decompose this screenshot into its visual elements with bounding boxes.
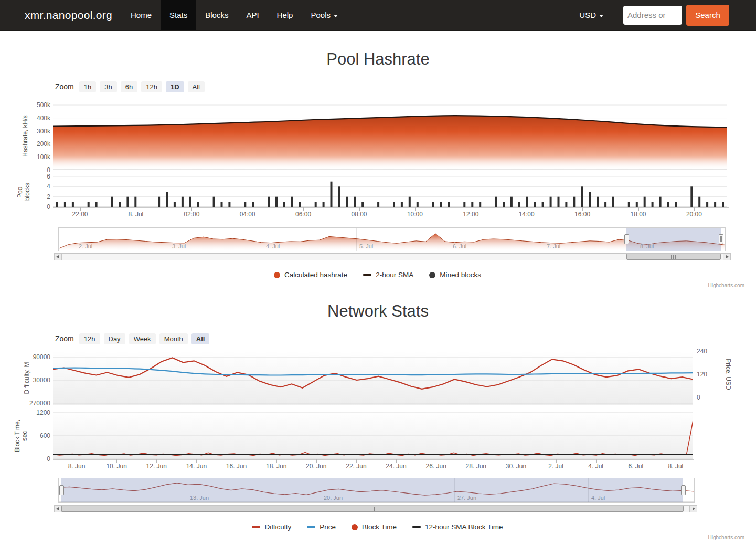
y-tick-label: 240 bbox=[697, 347, 723, 355]
x-tick-label: 22:00 bbox=[72, 211, 88, 218]
hashrate-zoom-3h[interactable]: 3h bbox=[100, 81, 116, 92]
axis-tick bbox=[476, 459, 476, 463]
y-tick-label: 600 bbox=[3, 432, 50, 440]
scroll-right-arrow[interactable] bbox=[689, 506, 697, 512]
legend-item-mined-blocks[interactable]: Mined blocks bbox=[429, 271, 481, 279]
axis-tick bbox=[77, 459, 77, 463]
legend-item-calculated-hashrate[interactable]: Calculated hashrate bbox=[274, 271, 347, 279]
x-tick-label: 30. Jun bbox=[506, 463, 526, 470]
difficulty-price-line-chart[interactable] bbox=[53, 351, 693, 405]
nav-item-home[interactable]: Home bbox=[122, 0, 161, 30]
y-tick-label: 1200 bbox=[3, 408, 50, 417]
brand-logo[interactable]: xmr.nanopool.org bbox=[25, 0, 112, 30]
nav-item-pools[interactable]: Pools bbox=[302, 0, 347, 30]
legend-item-12-hour-sma-block-time[interactable]: 12-hour SMA Block Time bbox=[412, 523, 503, 531]
legend-item-price[interactable]: Price bbox=[307, 523, 336, 531]
y-tick-label: 90000 bbox=[3, 353, 50, 361]
y-tick-label: 270000 bbox=[3, 399, 50, 407]
caret-down-icon bbox=[334, 15, 338, 17]
hashrate-zoom-6h[interactable]: 6h bbox=[121, 81, 137, 92]
hashrate-scrollbar[interactable] bbox=[54, 253, 731, 260]
y-tick-label: 500k bbox=[3, 101, 50, 109]
scrollbar-thumb[interactable] bbox=[61, 506, 684, 512]
nav-item-help[interactable]: Help bbox=[268, 0, 302, 30]
x-axis-line bbox=[53, 459, 694, 460]
network-zoom-day[interactable]: Day bbox=[104, 333, 125, 344]
x-tick-label: 20:00 bbox=[686, 211, 702, 218]
navigator-date-label: 2. Jul bbox=[79, 243, 92, 249]
legend-item-difficulty[interactable]: Difficulty bbox=[252, 523, 291, 531]
hashrate-zoom-1h[interactable]: 1h bbox=[79, 81, 96, 92]
network-scrollbar[interactable] bbox=[54, 505, 697, 512]
navigator-date-label: 6. Jul bbox=[453, 243, 466, 249]
navigator-gridline bbox=[544, 228, 544, 251]
navigator-selected-range[interactable] bbox=[61, 478, 683, 502]
legend-label: Mined blocks bbox=[440, 271, 481, 279]
navigator-gridline bbox=[450, 228, 450, 251]
x-tick-label: 22. Jun bbox=[346, 463, 366, 470]
pool-blocks-bar-chart[interactable] bbox=[53, 175, 727, 207]
navigator-gridline bbox=[76, 228, 76, 251]
navigator-right-handle[interactable] bbox=[719, 234, 723, 244]
network-zoom-12h[interactable]: 12h bbox=[79, 333, 100, 344]
axis-tick bbox=[694, 207, 695, 211]
block-time-chart[interactable] bbox=[53, 411, 693, 459]
pool-hashrate-chart-panel: Zoom 1h3h6h12h1DAll Hashrate, kH/s Poolb… bbox=[3, 76, 752, 291]
legend-line-marker bbox=[412, 526, 421, 528]
legend-item-2-hour-sma[interactable]: 2-hour SMA bbox=[363, 271, 413, 279]
axis-tick bbox=[356, 459, 357, 463]
search-button[interactable]: Search bbox=[686, 5, 729, 26]
network-zoom-week[interactable]: Week bbox=[129, 333, 156, 344]
navigator-right-handle[interactable] bbox=[681, 485, 686, 495]
axis-tick bbox=[415, 207, 416, 211]
x-tick-label: 10. Jun bbox=[106, 463, 126, 470]
legend-item-block-time[interactable]: Block Time bbox=[352, 523, 397, 531]
scroll-left-arrow[interactable] bbox=[55, 506, 62, 512]
network-stats-chart-panel: Zoom 12hDayWeekMonthAll Difficulty, M Pr… bbox=[3, 328, 752, 543]
nav-item-stats[interactable]: Stats bbox=[161, 0, 196, 30]
hashrate-zoom-all[interactable]: All bbox=[188, 81, 205, 92]
legend-circle-marker bbox=[274, 272, 280, 278]
hashrate-zoom-1d[interactable]: 1D bbox=[166, 81, 184, 92]
nav-item-blocks[interactable]: Blocks bbox=[196, 0, 237, 30]
x-tick-label: 04:00 bbox=[240, 211, 255, 218]
scrollbar-thumb[interactable] bbox=[626, 254, 721, 260]
caret-down-icon bbox=[599, 15, 603, 17]
hashrate-legend: Calculated hashrate2-hour SMAMined block… bbox=[3, 271, 752, 279]
y-tick-label: 2 bbox=[3, 193, 50, 201]
scroll-left-arrow[interactable] bbox=[55, 254, 62, 260]
hashrate-zoom-12h[interactable]: 12h bbox=[141, 81, 162, 92]
hashrate-navigator[interactable]: 2. Jul3. Jul4. Jul5. Jul6. Jul7. Jul8. J… bbox=[58, 227, 726, 251]
network-zoom-month[interactable]: Month bbox=[159, 333, 188, 344]
currency-dropdown[interactable]: USD bbox=[579, 11, 603, 19]
y-tick-label: 0 bbox=[697, 393, 723, 402]
network-stats-title: Network Stats bbox=[0, 302, 756, 321]
axis-tick bbox=[156, 459, 157, 463]
hashrate-area-chart[interactable] bbox=[53, 102, 727, 171]
navigator-left-handle[interactable] bbox=[624, 234, 629, 244]
axis-tick bbox=[316, 459, 317, 463]
axis-tick bbox=[303, 207, 304, 211]
highcharts-credit[interactable]: Highcharts.com bbox=[708, 534, 744, 540]
navigator-selected-range[interactable] bbox=[626, 228, 721, 251]
scroll-right-arrow[interactable] bbox=[723, 254, 730, 260]
network-zoom-all[interactable]: All bbox=[191, 333, 210, 344]
axis-tick bbox=[116, 459, 117, 463]
network-navigator[interactable]: 13. Jun20. Jun27. Jun4. Jul bbox=[58, 478, 695, 503]
highcharts-credit[interactable]: Highcharts.com bbox=[708, 282, 744, 288]
page: xmr.nanopool.org HomeStatsBlocksAPIHelpP… bbox=[0, 0, 756, 545]
navbar-right: USD Search bbox=[579, 0, 729, 30]
search-input[interactable] bbox=[623, 6, 682, 25]
x-tick-label: 8. Jul bbox=[668, 463, 684, 470]
legend-label: 2-hour SMA bbox=[376, 271, 413, 279]
network-zoom-controls: Zoom 12hDayWeekMonthAll bbox=[55, 334, 213, 343]
y-tick-label: 30000 bbox=[3, 376, 50, 384]
navigator-left-handle[interactable] bbox=[59, 485, 64, 495]
y-tick-label: 200k bbox=[3, 140, 50, 148]
x-tick-label: 12:00 bbox=[463, 211, 478, 218]
x-tick-label: 26. Jun bbox=[425, 463, 446, 470]
nav-item-api[interactable]: API bbox=[237, 0, 268, 30]
y-tick-label: 120 bbox=[697, 370, 723, 379]
nav-menu: HomeStatsBlocksAPIHelpPools bbox=[122, 0, 347, 30]
price-axis-title: Price, USD bbox=[725, 359, 732, 390]
